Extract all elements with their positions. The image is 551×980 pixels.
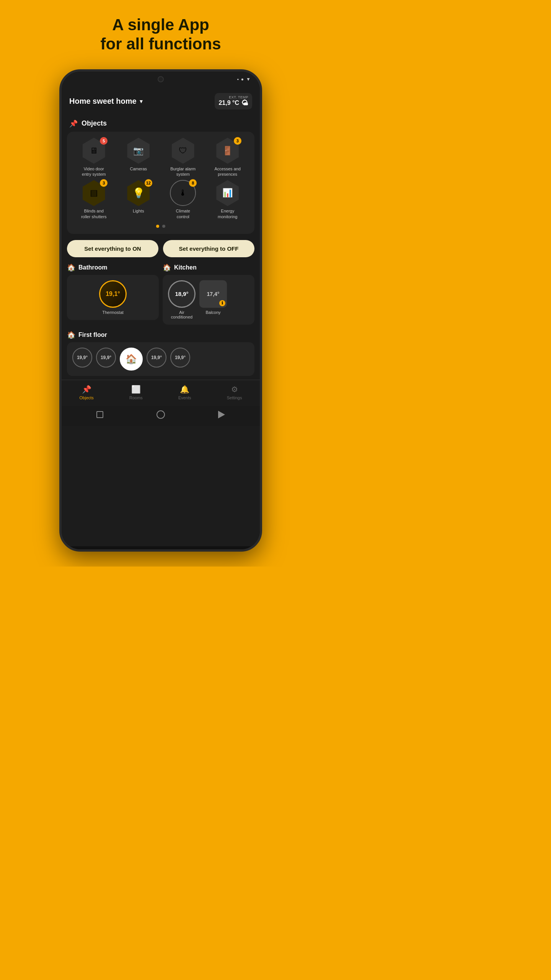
label-cameras: Cameras bbox=[130, 166, 147, 172]
label-blinds: Blinds androller shutters bbox=[81, 208, 107, 219]
bathroom-card: 19,1° Thermostat bbox=[67, 275, 159, 320]
bottom-nav: 📌 Objects ⬜ Rooms 🔔 Events ⚙ Settings bbox=[62, 380, 260, 406]
hex-shape-burglar: 🛡 bbox=[170, 138, 196, 164]
badge-blinds: 3 bbox=[100, 179, 108, 187]
action-buttons: Set everything to ON Set everything to O… bbox=[62, 234, 260, 263]
bathroom-header: 🏠 Bathroom bbox=[67, 263, 159, 272]
set-on-button[interactable]: Set everything to ON bbox=[67, 240, 158, 257]
ff-circle-1: 19,9° bbox=[72, 348, 92, 368]
sys-back-btn[interactable] bbox=[95, 409, 105, 420]
hex-accesses: 🚪 3 bbox=[215, 138, 241, 164]
nav-events[interactable]: 🔔 Events bbox=[172, 383, 197, 402]
object-blinds[interactable]: ▤ 3 Blinds androller shutters bbox=[73, 180, 115, 219]
sys-square-icon bbox=[96, 411, 103, 418]
ff-home-circle: 🏠 bbox=[120, 348, 143, 371]
ff-circle-3: 19,9° bbox=[147, 348, 166, 368]
hex-video-door: 🖥 5 bbox=[81, 138, 107, 164]
page-title: A single App for all functions bbox=[101, 15, 221, 54]
nav-events-label: Events bbox=[178, 395, 191, 400]
ff-device-home[interactable]: 🏠 bbox=[120, 348, 143, 371]
set-off-button[interactable]: Set everything to OFF bbox=[163, 240, 254, 257]
hex-shape-cameras: 📷 bbox=[126, 138, 152, 164]
nav-settings-icon: ⚙ bbox=[231, 385, 238, 394]
nav-objects-icon: 📌 bbox=[82, 385, 91, 394]
sys-recent-btn[interactable] bbox=[216, 409, 227, 420]
phone-shell: ▪ ● ▼ Home sweet home ▾ EXT. TEMP 21,9 °… bbox=[59, 69, 262, 552]
objects-grid: 🖥 5 Video doorentry system 📷 Cameras 🛡 bbox=[73, 138, 248, 219]
balcony-device[interactable]: 17,4° ℹ Balcony bbox=[199, 280, 227, 319]
signal-icon: ▪ bbox=[237, 77, 239, 82]
sys-triangle-icon bbox=[218, 411, 225, 418]
nav-objects-label: Objects bbox=[80, 395, 94, 400]
ext-temp-box: EXT. TEMP 21,9 °C 🌤 bbox=[215, 93, 252, 109]
ff-device-3[interactable]: 19,9° bbox=[147, 348, 166, 371]
hex-cameras: 📷 bbox=[126, 138, 152, 164]
status-bar: ▪ ● ▼ bbox=[62, 72, 260, 87]
thermostat-circle: 19,1° bbox=[99, 280, 127, 308]
object-video-door[interactable]: 🖥 5 Video doorentry system bbox=[73, 138, 115, 177]
hex-burglar: 🛡 bbox=[170, 138, 196, 164]
hex-blinds: ▤ 3 bbox=[81, 180, 107, 206]
kitchen-room-icon: 🏠 bbox=[163, 263, 171, 272]
object-cameras[interactable]: 📷 Cameras bbox=[118, 138, 160, 177]
objects-card: 🖥 5 Video doorentry system 📷 Cameras 🛡 bbox=[67, 132, 254, 234]
object-burglar[interactable]: 🛡 Burglar alarmsystem bbox=[162, 138, 204, 177]
nav-objects[interactable]: 📌 Objects bbox=[73, 383, 100, 402]
bathroom-room-icon: 🏠 bbox=[67, 263, 75, 272]
app-header: Home sweet home ▾ EXT. TEMP 21,9 °C 🌤 bbox=[62, 87, 260, 116]
kitchen-title: Kitchen bbox=[174, 264, 197, 271]
objects-section-icon: 📌 bbox=[69, 119, 78, 128]
hex-shape-energy: 📊 bbox=[215, 180, 241, 206]
object-lights[interactable]: 💡 12 Lights bbox=[118, 180, 160, 219]
thermostat-device[interactable]: 19,1° Thermostat bbox=[72, 280, 153, 315]
badge-accesses: 3 bbox=[234, 137, 241, 145]
first-floor-icon: 🏠 bbox=[67, 331, 75, 339]
dot-1[interactable] bbox=[156, 225, 159, 228]
sys-circle-icon bbox=[156, 410, 165, 419]
label-video-door: Video doorentry system bbox=[82, 166, 106, 177]
ff-device-1[interactable]: 19,9° bbox=[72, 348, 92, 371]
ff-circle-2: 19,9° bbox=[96, 348, 116, 368]
bathroom-title: Bathroom bbox=[78, 264, 108, 271]
object-climate[interactable]: 🌡 8 Climatecontrol bbox=[162, 180, 204, 219]
badge-climate: 8 bbox=[189, 179, 197, 187]
ff-device-2[interactable]: 19,9° bbox=[96, 348, 116, 371]
ext-temp-label: EXT. TEMP bbox=[218, 95, 248, 99]
nav-settings-label: Settings bbox=[227, 395, 242, 400]
label-burglar: Burglar alarmsystem bbox=[170, 166, 196, 177]
kitchen-card: 18,9° Airconditioned 17,4° ℹ Balcony bbox=[163, 275, 254, 325]
hex-lights: 💡 12 bbox=[126, 180, 152, 206]
first-floor-header: 🏠 First floor bbox=[67, 331, 254, 339]
ff-device-4[interactable]: 19,9° bbox=[170, 348, 190, 371]
nav-settings[interactable]: ⚙ Settings bbox=[221, 383, 248, 402]
badge-lights: 12 bbox=[145, 179, 152, 187]
first-floor-section: 🏠 First floor 19,9° 19,9° 🏠 19,9° 19,9° bbox=[62, 328, 260, 376]
home-dropdown-icon[interactable]: ▾ bbox=[140, 98, 143, 105]
sys-nav bbox=[62, 406, 260, 426]
label-lights: Lights bbox=[133, 208, 144, 214]
badge-video-door: 5 bbox=[100, 137, 108, 145]
object-accesses[interactable]: 🚪 3 Accesses andpresences bbox=[207, 138, 249, 177]
ac-label: Airconditioned bbox=[171, 310, 192, 319]
kitchen-section: 🏠 Kitchen 18,9° Airconditioned 17,4° ℹ B… bbox=[163, 263, 254, 325]
label-accesses: Accesses andpresences bbox=[215, 166, 241, 177]
app-content: Home sweet home ▾ EXT. TEMP 21,9 °C 🌤 📌 … bbox=[62, 87, 260, 546]
dot-2[interactable] bbox=[162, 225, 165, 228]
balcony-info-icon: ℹ bbox=[219, 300, 225, 306]
objects-section-header: 📌 Objects bbox=[62, 116, 260, 132]
hex-climate: 🌡 8 bbox=[170, 180, 196, 206]
nav-rooms-label: Rooms bbox=[129, 395, 143, 400]
nav-events-icon: 🔔 bbox=[180, 385, 189, 394]
sys-home-btn[interactable] bbox=[155, 409, 166, 420]
two-col-rooms: 🏠 Bathroom 19,1° Thermostat 🏠 Kitchen bbox=[62, 263, 260, 328]
thermostat-label: Thermostat bbox=[102, 310, 124, 315]
objects-section-title: Objects bbox=[82, 119, 107, 127]
ac-device[interactable]: 18,9° Airconditioned bbox=[168, 280, 196, 319]
balcony-box: 17,4° ℹ bbox=[199, 280, 227, 308]
nav-rooms[interactable]: ⬜ Rooms bbox=[123, 383, 149, 402]
kitchen-header: 🏠 Kitchen bbox=[163, 263, 254, 272]
hex-energy: 📊 bbox=[215, 180, 241, 206]
object-energy[interactable]: 📊 Energymonitoring bbox=[207, 180, 249, 219]
label-climate: Climatecontrol bbox=[176, 208, 190, 219]
home-title[interactable]: Home sweet home ▾ bbox=[69, 97, 143, 106]
